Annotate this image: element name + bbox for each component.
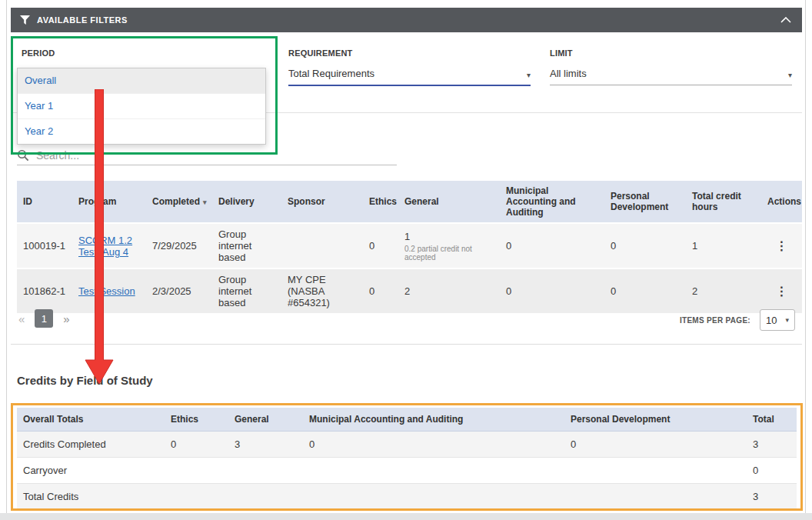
sessions-table: ID Program Completed▾ Delivery Sponsor E… bbox=[17, 181, 802, 313]
pagination-last-button[interactable]: » bbox=[63, 312, 69, 325]
items-per-page: ITEMS PER PAGE: 10 ▾ bbox=[680, 309, 795, 331]
col-header-general[interactable]: General bbox=[398, 181, 500, 223]
cell-personal: 0 bbox=[604, 268, 686, 313]
summary-cell-general bbox=[228, 458, 303, 484]
page-bottom-edge bbox=[0, 513, 812, 520]
partial-credit-note: 0.2 partial credit not accepted bbox=[404, 245, 494, 262]
program-link[interactable]: SCORM 1.2 Test- Aug 4 bbox=[78, 235, 132, 258]
col-header-delivery[interactable]: Delivery bbox=[212, 181, 281, 223]
summary-header-row: Overall Totals Ethics General Municipal … bbox=[17, 408, 797, 432]
items-per-page-select[interactable]: 10 ▾ bbox=[760, 309, 795, 331]
summary-col-general: General bbox=[228, 408, 303, 432]
cell-general: 2 bbox=[398, 268, 500, 313]
cell-delivery: Group internet based bbox=[212, 223, 281, 268]
summary-row-label: Credits Completed bbox=[17, 432, 165, 458]
cell-total-credit-hours: 1 bbox=[686, 223, 761, 268]
period-option-year-1[interactable]: Year 1 bbox=[18, 93, 265, 118]
sessions-header-row: ID Program Completed▾ Delivery Sponsor E… bbox=[17, 181, 802, 223]
items-per-page-label: ITEMS PER PAGE: bbox=[680, 316, 750, 325]
filter-funnel-icon bbox=[20, 15, 30, 25]
summary-row-label: Total Credits bbox=[17, 484, 165, 510]
search-icon bbox=[17, 149, 29, 162]
cell-municipal: 0 bbox=[500, 268, 604, 313]
period-option-overall[interactable]: Overall bbox=[18, 68, 265, 93]
period-dropdown-list: Overall Year 1 Year 2 bbox=[17, 68, 266, 145]
requirement-select[interactable]: Total Requirements ▾ bbox=[288, 68, 531, 86]
summary-col-total: Total bbox=[747, 408, 797, 432]
col-header-municipal[interactable]: Municipal Accounting and Auditing bbox=[500, 181, 604, 223]
summary-row-total-credits: Total Credits 3 bbox=[17, 484, 797, 510]
collapse-filters-button[interactable] bbox=[779, 15, 793, 25]
cell-ethics: 0 bbox=[363, 268, 398, 313]
summary-col-ethics: Ethics bbox=[165, 408, 228, 432]
row-actions-kebab-button[interactable]: ⋮ bbox=[771, 238, 793, 254]
search-bar bbox=[17, 146, 397, 165]
col-header-ethics[interactable]: Ethics bbox=[363, 181, 398, 223]
summary-cell-ethics: 0 bbox=[165, 432, 228, 458]
requirement-select-value: Total Requirements bbox=[288, 68, 374, 79]
summary-cell-municipal bbox=[303, 458, 564, 484]
summary-col-municipal: Municipal Accounting and Auditing bbox=[303, 408, 564, 432]
pagination-current-page[interactable]: 1 bbox=[35, 309, 53, 328]
cell-municipal: 0 bbox=[500, 223, 604, 268]
col-header-personal[interactable]: Personal Development bbox=[604, 181, 686, 223]
summary-cell-general: 3 bbox=[228, 432, 303, 458]
cell-id: 100019-1 bbox=[17, 223, 72, 268]
cell-program: Test Session bbox=[72, 268, 146, 313]
col-header-completed-label: Completed bbox=[152, 196, 200, 207]
col-header-sponsor[interactable]: Sponsor bbox=[281, 181, 363, 223]
chevron-down-icon: ▾ bbox=[785, 316, 789, 324]
program-link[interactable]: Test Session bbox=[78, 285, 135, 297]
credits-section-title: Credits by Field of Study bbox=[17, 374, 153, 387]
search-input[interactable] bbox=[35, 148, 397, 162]
summary-cell-municipal: 0 bbox=[303, 432, 564, 458]
page: AVAILABLE FILTERS PERIOD REQUIREMENT Tot… bbox=[0, 0, 812, 520]
period-filter-label: PERIOD bbox=[22, 48, 55, 58]
limit-filter: LIMIT All limits ▾ bbox=[550, 48, 792, 85]
sort-descending-icon: ▾ bbox=[203, 198, 207, 206]
table-row: 100019-1 SCORM 1.2 Test- Aug 4 7/29/2025… bbox=[17, 223, 802, 268]
col-header-total-credit-hours[interactable]: Total credit hours bbox=[686, 181, 761, 223]
summary-cell-ethics bbox=[165, 484, 228, 510]
summary-cell-personal bbox=[564, 458, 747, 484]
cell-delivery: Group internet based bbox=[212, 268, 281, 313]
cell-sponsor bbox=[281, 223, 363, 268]
summary-row-label: Carryover bbox=[17, 458, 165, 484]
col-header-actions: Actions bbox=[761, 181, 802, 223]
summary-cell-general bbox=[228, 484, 303, 510]
pagination-first-button[interactable]: « bbox=[18, 312, 25, 325]
credits-summary-table: Overall Totals Ethics General Municipal … bbox=[17, 408, 797, 510]
summary-row-credits-completed: Credits Completed 0 3 0 0 3 bbox=[17, 432, 797, 458]
chevron-down-icon: ▾ bbox=[788, 71, 792, 79]
items-per-page-value: 10 bbox=[766, 315, 777, 326]
summary-cell-total: 3 bbox=[747, 432, 797, 458]
chevron-up-icon bbox=[780, 17, 791, 23]
summary-cell-total: 0 bbox=[747, 458, 797, 484]
summary-cell-personal bbox=[564, 484, 747, 510]
summary-col-personal: Personal Development bbox=[564, 408, 747, 432]
limit-select-value: All limits bbox=[550, 68, 587, 79]
page-frame-left bbox=[6, 0, 7, 513]
pagination: « 1 » bbox=[18, 309, 70, 328]
col-header-completed[interactable]: Completed▾ bbox=[146, 181, 212, 223]
row-actions-kebab-button[interactable]: ⋮ bbox=[771, 284, 793, 299]
period-option-year-2[interactable]: Year 2 bbox=[18, 118, 265, 144]
cell-general: 1 0.2 partial credit not accepted bbox=[398, 223, 500, 268]
cell-total-credit-hours: 2 bbox=[686, 268, 761, 313]
card-divider bbox=[11, 344, 802, 345]
cell-completed: 7/29/2025 bbox=[146, 223, 212, 268]
col-header-program[interactable]: Program bbox=[72, 181, 146, 223]
cell-ethics: 0 bbox=[363, 223, 398, 268]
requirement-filter-label: REQUIREMENT bbox=[288, 48, 531, 58]
summary-cell-ethics bbox=[165, 458, 228, 484]
table-row: 101862-1 Test Session 2/3/2025 Group int… bbox=[17, 268, 802, 313]
limit-select[interactable]: All limits ▾ bbox=[550, 68, 792, 85]
requirement-filter: REQUIREMENT Total Requirements ▾ bbox=[288, 48, 531, 86]
cell-sponsor: MY CPE (NASBA #654321) bbox=[281, 268, 363, 313]
cell-completed: 2/3/2025 bbox=[146, 268, 212, 313]
chevron-down-icon: ▾ bbox=[527, 71, 531, 79]
col-header-id[interactable]: ID bbox=[17, 181, 72, 223]
available-filters-header: AVAILABLE FILTERS bbox=[11, 8, 802, 32]
summary-row-carryover: Carryover 0 bbox=[17, 458, 797, 484]
general-value: 1 bbox=[404, 231, 410, 242]
